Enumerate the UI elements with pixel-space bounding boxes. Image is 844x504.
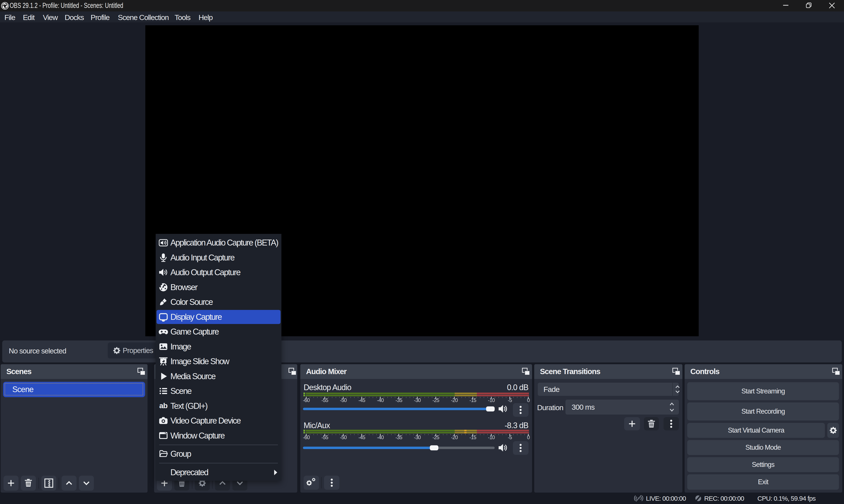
svg-text:0: 0 xyxy=(527,434,530,440)
svg-text:-55: -55 xyxy=(321,434,328,440)
svg-text:-20: -20 xyxy=(451,397,458,403)
svg-text:-50: -50 xyxy=(340,397,347,403)
svg-text:-5: -5 xyxy=(508,434,512,440)
svg-text:-15: -15 xyxy=(469,397,476,403)
svg-text:-40: -40 xyxy=(377,434,384,440)
svg-text:-45: -45 xyxy=(358,434,365,440)
svg-text:-35: -35 xyxy=(395,434,402,440)
svg-text:-10: -10 xyxy=(488,434,495,440)
svg-text:-25: -25 xyxy=(432,434,439,440)
svg-text:ab: ab xyxy=(159,401,167,410)
svg-text:-20: -20 xyxy=(451,434,458,440)
svg-text:-50: -50 xyxy=(340,434,347,440)
svg-text:-40: -40 xyxy=(377,397,384,403)
svg-text:-45: -45 xyxy=(358,397,365,403)
svg-text:-35: -35 xyxy=(395,397,402,403)
svg-text:-30: -30 xyxy=(414,397,421,403)
svg-text:-55: -55 xyxy=(321,397,328,403)
svg-text:-30: -30 xyxy=(414,434,421,440)
svg-text:-25: -25 xyxy=(432,397,439,403)
svg-text:-60: -60 xyxy=(303,397,310,403)
svg-text:-60: -60 xyxy=(303,434,310,440)
svg-text:0: 0 xyxy=(527,397,530,403)
svg-text:-10: -10 xyxy=(488,397,495,403)
svg-text:-15: -15 xyxy=(469,434,476,440)
svg-text:-5: -5 xyxy=(508,397,512,403)
